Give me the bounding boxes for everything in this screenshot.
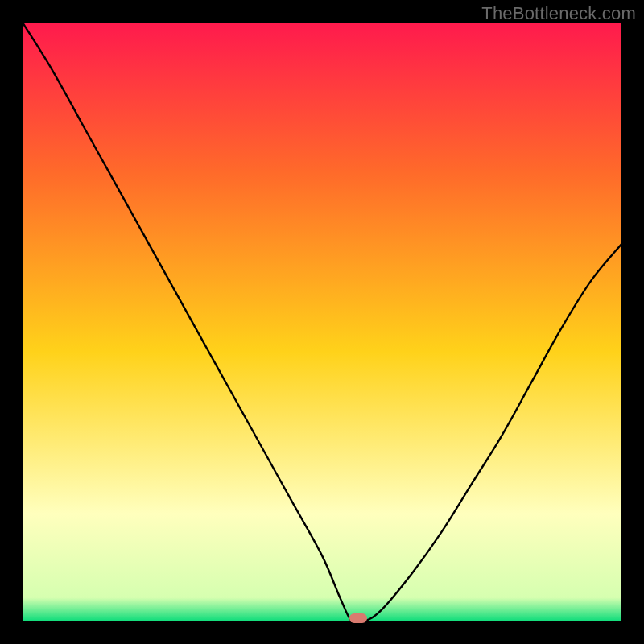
gradient-background [23,23,621,621]
chart-frame: TheBottleneck.com [0,0,644,644]
optimal-marker [349,613,367,623]
watermark-text: TheBottleneck.com [481,3,636,24]
plot-area [23,23,621,621]
plot-svg [23,23,621,621]
